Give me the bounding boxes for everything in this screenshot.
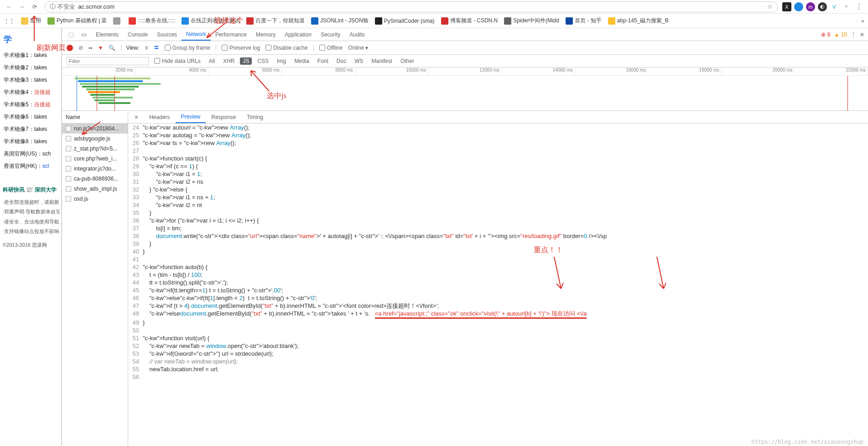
filter-type-media[interactable]: Media <box>291 57 312 65</box>
ext-icon[interactable]: 〃 <box>842 2 851 11</box>
network-filter-bar: Hide data URLs AllXHRJSCSSImgMediaFontDo… <box>62 55 868 67</box>
request-item[interactable]: core.php?web_i... <box>62 154 128 164</box>
group-by-frame-checkbox[interactable]: Group by frame <box>165 45 210 51</box>
filter-type-js[interactable]: JS <box>240 57 252 65</box>
devtools-tab-memory[interactable]: Memory <box>251 28 280 41</box>
bookmark-item[interactable]: 首页 - 知乎 <box>566 17 602 25</box>
mirror-item[interactable]: 学术镜像5：连接超 <box>3 99 58 111</box>
record-button[interactable] <box>67 45 73 51</box>
menu-icon[interactable]: ⋮ <box>853 1 864 12</box>
ext-icon[interactable]: m <box>806 2 815 11</box>
request-item[interactable]: ca-pub-8086936... <box>62 174 128 184</box>
ext-icon[interactable]: V <box>830 2 839 11</box>
filter-type-img[interactable]: Img <box>274 57 289 65</box>
detail-tab-response[interactable]: Response <box>206 111 241 123</box>
bookmark-item[interactable]: 在线正则表达式测试 <box>182 17 240 25</box>
devtools-tab-network[interactable]: Network <box>182 28 211 41</box>
filter-type-all[interactable]: All <box>206 57 218 65</box>
code-line: 44 tt = t.toString().split("c-str">'.'); <box>128 279 868 286</box>
mirror-item[interactable]: 美国官网(US)：sch <box>3 148 58 160</box>
devtools-tab-performance[interactable]: Performance <box>211 28 251 41</box>
clear-icon[interactable]: ⊘ <box>78 45 83 51</box>
request-item[interactable]: show_ads_impl.js <box>62 184 128 194</box>
bookmark-item[interactable]: 百度一下，你就知道 <box>246 17 305 25</box>
bookmark-item[interactable]: Python 基础教程 | 菜 <box>47 17 107 25</box>
devtools-tab-console[interactable]: Console <box>123 28 152 41</box>
request-item[interactable]: z_stat.php?id=5... <box>62 144 128 154</box>
bookmark-item[interactable]: 博客频道 - CSDN.N <box>441 17 498 25</box>
timeline-tick: 2000 ms <box>62 67 135 75</box>
filter-type-manifest[interactable]: Manifest <box>369 57 395 65</box>
search-icon[interactable]: 🔍 <box>109 45 115 51</box>
security-indicator: ⓘ 不安全 <box>50 3 75 11</box>
mirror-item[interactable]: 学术镜像3：takes <box>3 74 58 86</box>
mirror-item[interactable]: 学术镜像7：takes <box>3 123 58 135</box>
bookmark-item[interactable]: 应用 <box>21 17 41 25</box>
timeline-tick: 18000 ms <box>648 67 722 75</box>
filter-input[interactable] <box>67 57 149 65</box>
mirror-item[interactable]: 学术镜像2：takes <box>3 62 58 74</box>
bookmark-item[interactable] <box>113 17 122 25</box>
waterfall-icon[interactable]: 〓 <box>154 44 159 52</box>
mirror-item[interactable]: 香港官网(HK)：scl <box>3 160 58 172</box>
back-button[interactable]: ← <box>4 1 15 12</box>
code-line: 37 ts[i] = tim; <box>128 224 868 232</box>
address-bar[interactable]: ⓘ 不安全 ac.scmor.com ☆ <box>45 1 778 12</box>
mirror-item[interactable]: 学术镜像4：连接超 <box>3 86 58 99</box>
ext-icon[interactable] <box>794 2 803 11</box>
camera-icon[interactable]: ▪▪ <box>88 45 93 51</box>
request-item[interactable]: integrator.js?do... <box>62 164 128 174</box>
filter-type-ws[interactable]: WS <box>352 57 366 65</box>
bookmark-item[interactable]: PySmallCoder (sma) <box>375 17 435 25</box>
filter-type-other[interactable]: Other <box>398 57 417 65</box>
preserve-log-checkbox[interactable]: Preserve log <box>222 45 260 51</box>
disable-cache-checkbox[interactable]: Disable cache <box>265 45 307 51</box>
filter-icon[interactable]: ▼ <box>98 45 104 51</box>
filter-type-css[interactable]: CSS <box>255 57 271 65</box>
mirror-item[interactable]: 学术镜像6：takes <box>3 111 58 123</box>
code-preview[interactable]: 24"c-kw">var autourl = "c-kw">new Array(… <box>128 124 868 446</box>
devtools-tab-sources[interactable]: Sources <box>152 28 182 41</box>
devtools-tab-security[interactable]: Security <box>316 28 345 41</box>
bookmark-item[interactable]: Spider中间件(Midd <box>504 17 559 25</box>
mirror-item[interactable]: 学术镜像8：takes <box>3 135 58 148</box>
bookmark-item[interactable]: JSONLint - JSON验 <box>311 17 369 25</box>
filter-type-xhr[interactable]: XHR <box>220 57 237 65</box>
detail-tab-headers[interactable]: Headers <box>144 111 175 123</box>
bookmark-item[interactable]: abp-145_磁力搜索_B <box>608 17 669 25</box>
close-detail-icon[interactable]: × <box>131 114 142 121</box>
offline-checkbox[interactable]: Offline <box>319 45 343 51</box>
watermark: https://blog.csdn.net/xiaosongshup <box>751 439 863 445</box>
ext-icon[interactable]: ◐ <box>818 2 827 11</box>
star-icon[interactable]: ☆ <box>767 3 773 10</box>
request-item[interactable]: osd.js <box>62 194 128 204</box>
code-line: 26"c-kw">var ts = "c-kw">new Array(); <box>128 139 868 147</box>
reload-button[interactable]: ⟳ <box>29 1 40 12</box>
close-icon[interactable]: ✕ <box>860 31 864 38</box>
timeline-tick: 16000 ms <box>575 67 648 75</box>
device-toggle-icon[interactable]: ▭ <box>78 29 89 40</box>
inspect-icon[interactable]: ⬚ <box>66 29 77 40</box>
detail-tab-timing[interactable]: Timing <box>241 111 269 123</box>
request-item[interactable]: run.js?v=201804... <box>62 124 128 134</box>
devtools-tab-audits[interactable]: Audits <box>345 28 369 41</box>
online-select[interactable]: Online ▾ <box>348 45 368 51</box>
warning-count[interactable]: ▲ 15 <box>834 31 847 38</box>
ext-icon[interactable]: X <box>782 2 791 11</box>
devtools-tab-application[interactable]: Application <box>280 28 316 41</box>
network-timeline[interactable]: 2000 ms4000 ms6000 ms8000 ms10000 ms1200… <box>62 67 868 111</box>
filter-type-font[interactable]: Font <box>315 57 331 65</box>
forward-button[interactable]: → <box>16 1 27 12</box>
name-header[interactable]: Name <box>62 111 128 124</box>
more-icon[interactable]: ⋮ <box>851 31 856 38</box>
error-count[interactable]: ⊗ 6 <box>821 31 830 38</box>
hide-data-urls-checkbox[interactable]: Hide data URLs <box>154 58 201 64</box>
filter-type-doc[interactable]: Doc <box>334 57 349 65</box>
bookmark-item[interactable]: :::::教务在线::::: <box>129 17 175 25</box>
request-item[interactable]: adsbygoogle.js <box>62 134 128 144</box>
mirror-item[interactable]: 学术镜像1：takes <box>3 49 58 62</box>
code-line: 24"c-kw">var autourl = "c-kw">new Array(… <box>128 124 868 131</box>
detail-tab-preview[interactable]: Preview <box>176 111 206 123</box>
devtools-tab-elements[interactable]: Elements <box>91 28 123 41</box>
large-rows-icon[interactable]: ≡ <box>145 45 148 51</box>
